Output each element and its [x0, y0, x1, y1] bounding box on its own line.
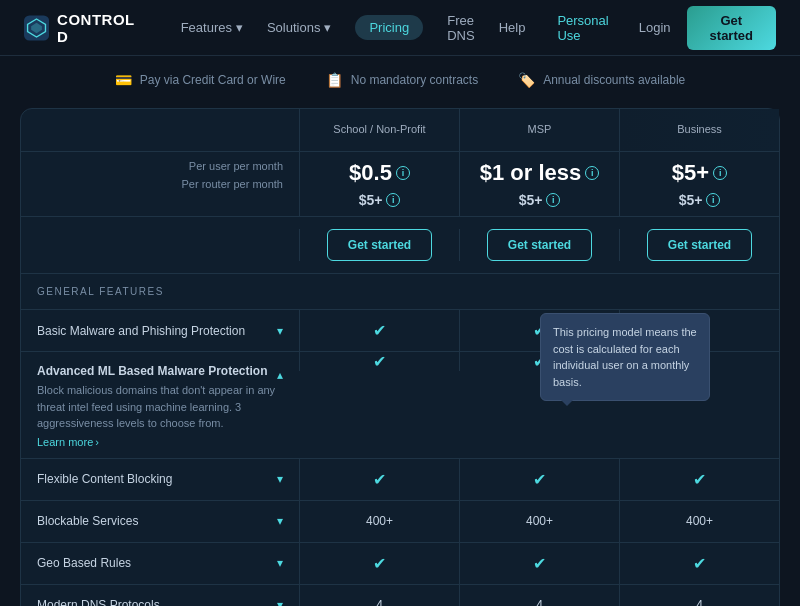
dns-protocols-school-cell: 4 [299, 585, 459, 607]
business-router-price: $5+ i [679, 192, 721, 208]
business-get-started-cell: Get started [619, 229, 779, 261]
dns-protocols-label-cell: Modern DNS Protocols ▾ [21, 585, 299, 607]
blockable-services-label-cell: Blockable Services ▾ [21, 501, 299, 542]
school-router-info-icon[interactable]: i [386, 193, 400, 207]
school-get-started-button[interactable]: Get started [327, 229, 432, 261]
badge-credit-card: 💳 Pay via Credit Card or Wire [115, 72, 286, 88]
dns-protocols-chevron-icon[interactable]: ▾ [277, 598, 283, 606]
pricing-values-row: Per user per month Per router per month … [21, 152, 779, 217]
malware-label-cell: Basic Malware and Phishing Protection ▾ [21, 310, 299, 351]
per-user-label: Per user per month [189, 160, 283, 172]
school-user-price: $0.5 i [349, 160, 410, 186]
table-header: School / Non-Profit MSP Business [21, 109, 779, 152]
navbar: CONTROL D Features ▾ Solutions ▾ Pricing… [0, 0, 800, 56]
school-router-price: $5+ i [359, 192, 401, 208]
ml-label-cell: Advanced ML Based Malware Protection Blo… [21, 352, 299, 458]
chevron-down-icon: ▾ [324, 20, 331, 35]
header-col-business: Business [619, 109, 779, 151]
feature-row-dns-protocols: Modern DNS Protocols ▾ 4 4 4 [21, 585, 779, 607]
btn-row-empty [21, 229, 299, 261]
tooltip-arrow [561, 400, 573, 406]
content-blocking-business-check-icon: ✔ [693, 470, 706, 489]
malware-label: Basic Malware and Phishing Protection [37, 324, 277, 338]
ml-learn-more-link[interactable]: Learn more › [37, 436, 277, 448]
geo-rules-label-cell: Geo Based Rules ▾ [21, 543, 299, 584]
content-blocking-msp-check-icon: ✔ [533, 470, 546, 489]
nav-login[interactable]: Login [639, 20, 671, 35]
school-prices: $0.5 i $5+ i [299, 152, 459, 216]
pricing-tooltip: This pricing model means the cost is cal… [540, 313, 710, 401]
get-started-row: Get started Get started Get started [21, 217, 779, 274]
business-col-title: Business [636, 123, 763, 135]
feature-row-content-blocking: Flexible Content Blocking ▾ ✔ ✔ ✔ [21, 459, 779, 501]
brand-name: CONTROL D [57, 11, 141, 45]
blockable-services-school-cell: 400+ [299, 501, 459, 542]
school-get-started-cell: Get started [299, 229, 459, 261]
business-get-started-button[interactable]: Get started [647, 229, 752, 261]
chevron-right-icon: › [95, 436, 99, 448]
header-col-msp: MSP [459, 109, 619, 151]
blockable-services-label: Blockable Services [37, 514, 277, 528]
geo-rules-school-cell: ✔ [299, 543, 459, 584]
pricing-table-container: School / Non-Profit MSP Business Per use… [0, 108, 800, 606]
header-empty [21, 109, 299, 151]
chevron-down-icon: ▾ [236, 20, 243, 35]
dns-protocols-msp-cell: 4 [459, 585, 619, 607]
malware-chevron-icon[interactable]: ▾ [277, 324, 283, 338]
content-blocking-school-cell: ✔ [299, 459, 459, 500]
feature-row-blockable-services: Blockable Services ▾ 400+ 400+ 400+ [21, 501, 779, 543]
badge-no-contracts: 📋 No mandatory contracts [326, 72, 478, 88]
content-blocking-label-cell: Flexible Content Blocking ▾ [21, 459, 299, 500]
nav-get-started-button[interactable]: Get started [687, 6, 776, 50]
geo-rules-business-check-icon: ✔ [693, 554, 706, 573]
content-blocking-business-cell: ✔ [619, 459, 779, 500]
msp-col-title: MSP [476, 123, 603, 135]
content-blocking-chevron-icon[interactable]: ▾ [277, 472, 283, 486]
msp-get-started-button[interactable]: Get started [487, 229, 592, 261]
nav-features[interactable]: Features ▾ [181, 20, 243, 35]
nav-links: Features ▾ Solutions ▾ Pricing Free DNS … [181, 13, 526, 43]
nav-personal-use[interactable]: Personal Use [557, 13, 622, 43]
geo-rules-label: Geo Based Rules [37, 556, 277, 570]
business-prices: $5+ i $5+ i [619, 152, 779, 216]
business-user-price: $5+ i [672, 160, 727, 186]
ml-content: Advanced ML Based Malware Protection Blo… [37, 364, 277, 448]
blockable-services-msp-cell: 400+ [459, 501, 619, 542]
logo[interactable]: CONTROL D [24, 11, 141, 45]
ml-chevron-icon[interactable]: ▴ [277, 368, 283, 382]
msp-router-price: $5+ i [519, 192, 561, 208]
content-blocking-label: Flexible Content Blocking [37, 472, 277, 486]
feature-row-geo-rules: Geo Based Rules ▾ ✔ ✔ ✔ [21, 543, 779, 585]
msp-price-info-icon[interactable]: i [585, 166, 599, 180]
malware-school-check-icon: ✔ [373, 321, 386, 340]
geo-rules-business-cell: ✔ [619, 543, 779, 584]
top-badges: 💳 Pay via Credit Card or Wire 📋 No manda… [0, 56, 800, 108]
nav-pricing[interactable]: Pricing [355, 15, 423, 40]
blockable-services-chevron-icon[interactable]: ▾ [277, 514, 283, 528]
general-features-label: GENERAL FEATURES [21, 274, 779, 310]
document-icon: 📋 [326, 72, 343, 88]
pricing-labels: Per user per month Per router per month [21, 152, 299, 216]
business-router-info-icon[interactable]: i [706, 193, 720, 207]
tooltip-text: This pricing model means the cost is cal… [553, 326, 697, 388]
school-price-info-icon[interactable]: i [396, 166, 410, 180]
credit-card-icon: 💳 [115, 72, 132, 88]
nav-right: Personal Use Login Get started [557, 6, 776, 50]
msp-prices: $1 or less i $5+ i [459, 152, 619, 216]
malware-school-cell: ✔ [299, 310, 459, 351]
badge-annual-discount: 🏷️ Annual discounts available [518, 72, 685, 88]
ml-school-check-icon: ✔ [373, 352, 386, 371]
badge-no-contracts-text: No mandatory contracts [351, 73, 478, 87]
nav-solutions[interactable]: Solutions ▾ [267, 20, 331, 35]
badge-credit-card-text: Pay via Credit Card or Wire [140, 73, 286, 87]
ml-desc: Block malicious domains that don't appea… [37, 382, 277, 432]
dns-protocols-business-cell: 4 [619, 585, 779, 607]
nav-free-dns[interactable]: Free DNS [447, 13, 474, 43]
msp-router-info-icon[interactable]: i [546, 193, 560, 207]
business-price-info-icon[interactable]: i [713, 166, 727, 180]
nav-help[interactable]: Help [499, 20, 526, 35]
geo-rules-chevron-icon[interactable]: ▾ [277, 556, 283, 570]
ml-school-cell: ✔ [299, 352, 459, 371]
dns-protocols-label: Modern DNS Protocols [37, 598, 277, 606]
geo-rules-school-check-icon: ✔ [373, 554, 386, 573]
